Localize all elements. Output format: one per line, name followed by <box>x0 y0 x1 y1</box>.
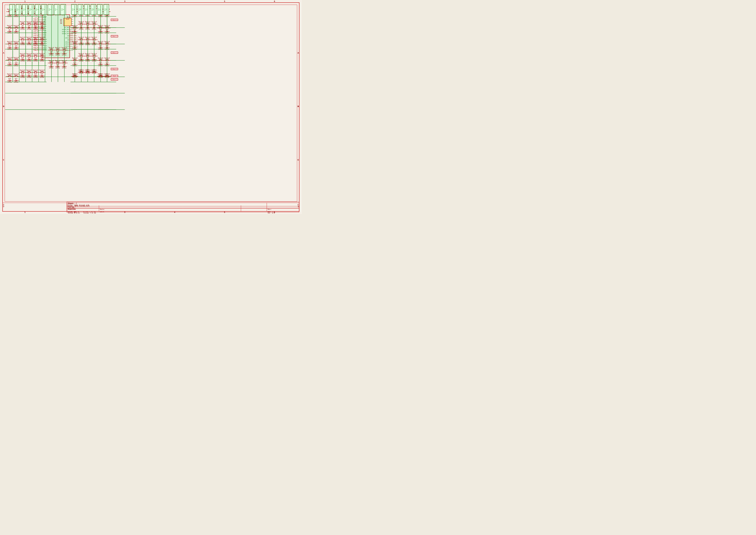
schematic-view <box>0 0 302 214</box>
schematic-canvas[interactable] <box>0 0 302 214</box>
